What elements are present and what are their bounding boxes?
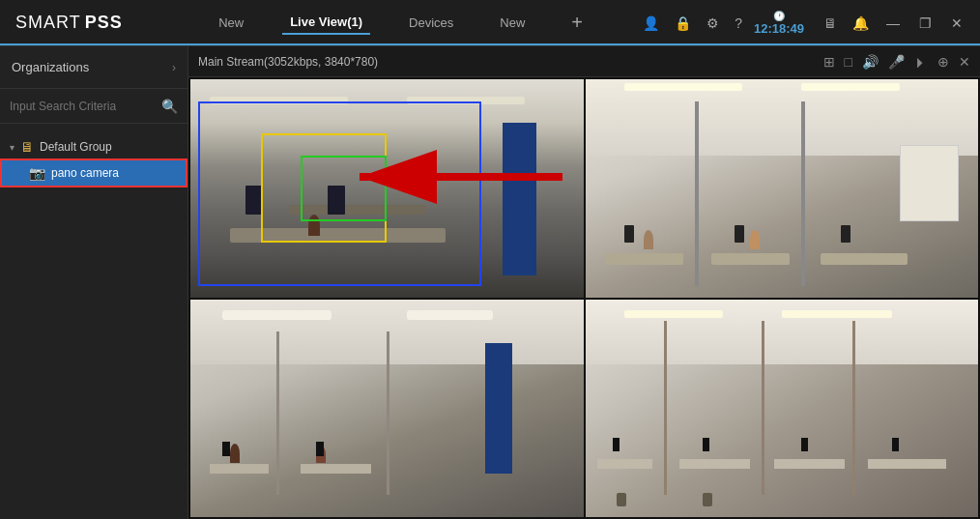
person-1 (644, 230, 653, 249)
cam-partition-2 (387, 332, 389, 495)
video-cell-top-right[interactable] (586, 79, 979, 298)
cam-view-bottom-left (190, 300, 584, 518)
cam2-light-1 (624, 310, 723, 318)
app-name-pss: PSS (85, 13, 123, 33)
tree-item-label: pano camera (51, 166, 119, 180)
clock-icon: 🕐 (773, 11, 785, 21)
tree-group-label: Default Group (40, 140, 112, 154)
bell-icon[interactable]: 🔔 (849, 14, 873, 33)
content-area: Main Stream(3052kbps, 3840*780) ⊞ □ 🔊 🎤 … (188, 46, 980, 519)
cam2-chair-2 (703, 493, 712, 506)
whiteboard (900, 145, 959, 221)
titlebar: SMART PSS New Live View(1) Devices New +… (0, 0, 980, 46)
cam2-partition-2 (762, 321, 764, 495)
close-stream-icon[interactable]: ✕ (959, 54, 970, 70)
organizations-header[interactable]: Organizations › (0, 46, 187, 89)
tree-group-header[interactable]: ▾ 🖥 Default Group (0, 135, 187, 159)
tab-devices[interactable]: Devices (401, 12, 461, 34)
help-icon[interactable]: ? (731, 14, 746, 33)
app-logo: SMART PSS (0, 13, 174, 33)
pano-desk2 (289, 205, 426, 215)
cam2-desk-3 (774, 459, 845, 469)
desk-3 (821, 253, 907, 265)
tree-toggle-icon: ▾ (10, 142, 14, 153)
office-light-2 (801, 83, 900, 91)
nav-add-button[interactable]: + (563, 12, 591, 34)
play-icon[interactable]: ⏵ (914, 54, 928, 70)
office-light-1 (624, 83, 742, 91)
camera-icon: 📷 (29, 165, 45, 181)
monitor-icon[interactable]: 🖥 (820, 14, 841, 33)
view-mode-icon[interactable]: ⊞ (823, 54, 835, 70)
volume-icon[interactable]: 🔊 (862, 54, 879, 70)
monitor-1 (624, 225, 634, 243)
maximize-button[interactable]: ❐ (913, 15, 937, 31)
cam-monitor-2 (316, 442, 324, 456)
mic-icon[interactable]: 🎤 (888, 54, 905, 70)
stream-header: Main Stream(3052kbps, 3840*780) ⊞ □ 🔊 🎤 … (188, 46, 980, 77)
tab-live-view[interactable]: Live View(1) (282, 11, 370, 35)
cam2-light-2 (782, 310, 892, 318)
cam-desk-1 (210, 464, 269, 474)
main-area: Organizations › 🔍 ▾ 🖥 Default Group 📷 pa… (0, 46, 980, 519)
cam2-monitor-1 (613, 438, 620, 451)
tab-new2[interactable]: New (492, 12, 533, 34)
clock-area: 🕐 12:18:49 (754, 11, 804, 36)
cam2-desk-1 (597, 459, 652, 469)
pano-monitor2 (328, 186, 345, 215)
close-button[interactable]: ✕ (945, 15, 968, 31)
cam2-monitor-2 (703, 438, 709, 451)
cam2-desk-4 (868, 459, 946, 469)
video-cell-bottom-left[interactable] (190, 300, 584, 518)
cam2-chair-1 (617, 493, 626, 506)
cam2-monitor-3 (801, 438, 808, 451)
monitor-2 (735, 225, 744, 243)
cam-partition-1 (276, 332, 279, 495)
cam-desk-2 (301, 464, 371, 474)
cam2-desk-2 (679, 459, 750, 469)
tree-group-default: ▾ 🖥 Default Group 📷 pano camera (0, 131, 187, 191)
cam2-ceiling (586, 300, 979, 365)
pano-background (190, 79, 584, 298)
add-stream-icon[interactable]: ⊕ (937, 54, 949, 70)
cam2-partition-1 (664, 321, 667, 495)
tree-item-pano-camera[interactable]: 📷 pano camera (0, 159, 187, 187)
user-icon[interactable]: 👤 (639, 14, 663, 33)
cam-person-1 (230, 444, 240, 463)
monitor-3 (841, 225, 850, 243)
cam-light-2 (407, 310, 493, 320)
desk-2 (711, 253, 790, 265)
fullscreen-icon[interactable]: □ (845, 54, 852, 70)
partition-1 (695, 101, 699, 287)
organizations-label: Organizations (12, 60, 89, 74)
titlebar-right: 👤 🔒 ⚙ ? 🕐 12:18:49 🖥 🔔 — ❐ ✕ (627, 11, 980, 36)
pano-monitor1 (245, 186, 263, 215)
pano-view (190, 79, 584, 298)
stream-title: Main Stream(3052kbps, 3840*780) (198, 55, 378, 69)
video-cell-bottom-right[interactable] (586, 300, 979, 518)
device-tree: ▾ 🖥 Default Group 📷 pano camera (0, 124, 187, 519)
cam2-monitor-4 (892, 438, 899, 451)
pano-person (308, 215, 320, 236)
person-2 (750, 230, 760, 249)
office-view-top-right (586, 79, 979, 298)
minimize-button[interactable]: — (880, 15, 906, 31)
search-area: 🔍 (0, 89, 187, 124)
stream-controls: ⊞ □ 🔊 🎤 ⏵ ⊕ ✕ (823, 54, 970, 70)
settings-icon[interactable]: ⚙ (703, 14, 723, 33)
nav-accent-line (0, 43, 980, 45)
search-icon[interactable]: 🔍 (161, 99, 178, 114)
cam-view-bottom-right (586, 300, 979, 518)
pano-blue-sign (503, 123, 536, 275)
video-cell-top-left[interactable] (190, 79, 584, 298)
tab-new1[interactable]: New (211, 12, 251, 34)
cam2-partition-3 (852, 321, 855, 495)
sidebar: Organizations › 🔍 ▾ 🖥 Default Group 📷 pa… (0, 46, 188, 519)
pano-desk (230, 228, 447, 243)
video-grid (188, 77, 980, 519)
nav-tabs: New Live View(1) Devices New + (174, 11, 627, 35)
search-input[interactable] (10, 100, 161, 113)
cam-monitor-1 (222, 442, 230, 456)
group-icon: 🖥 (20, 139, 34, 155)
lock-icon[interactable]: 🔒 (671, 14, 695, 33)
